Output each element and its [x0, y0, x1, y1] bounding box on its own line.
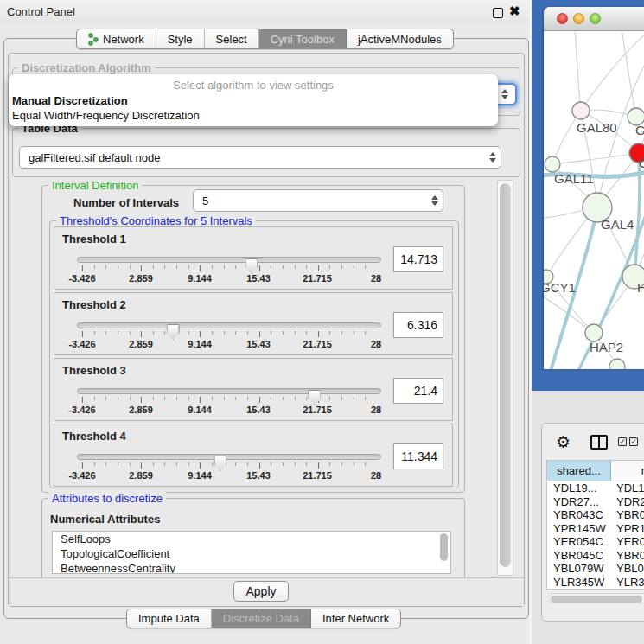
threshold-3-slider-thumb[interactable] [308, 390, 321, 405]
threshold-4-value-field[interactable]: 11.344 [393, 443, 443, 469]
tick-label: 15.43 [246, 339, 271, 349]
float-window-icon[interactable] [493, 8, 503, 18]
threshold-2-slider[interactable] [77, 322, 381, 328]
network-canvas[interactable]: GAL80 G C GAL11 GAL4 GCY1 H HAP2 [544, 32, 644, 369]
checkbox-icon: ✓ [618, 437, 627, 446]
tab-network[interactable]: Network [77, 29, 156, 48]
apply-button[interactable]: Apply [233, 581, 289, 602]
mac-zoom-icon[interactable] [590, 13, 601, 24]
cell-shared[interactable]: YBR045C [547, 549, 611, 563]
cell-name[interactable]: YDR2 [611, 495, 644, 509]
tab-jactivemnodules[interactable]: jActiveMNodules [347, 29, 453, 48]
threshold-3-value-field[interactable]: 21.4 [393, 378, 443, 404]
tab-discretize-data-label: Discretize Data [223, 612, 299, 625]
tab-infer-network-label: Infer Network [322, 612, 389, 625]
split-columns-divider [598, 437, 600, 448]
threshold-1-slider-thumb[interactable] [245, 258, 258, 274]
cell-name[interactable]: YBR0 [611, 549, 644, 563]
tab-infer-network[interactable]: Infer Network [311, 609, 400, 628]
table-horizontal-scrollbar[interactable] [548, 593, 644, 603]
cell-name[interactable]: YDL1 [611, 481, 644, 495]
node-gal11[interactable] [545, 156, 560, 172]
tab-cyni-toolbox[interactable]: Cyni Toolbox [259, 29, 347, 48]
node-gal80[interactable] [572, 102, 590, 119]
screen: Control Panel ✖ Network Style [0, 0, 644, 644]
list-item-topologicalcoefficient[interactable]: TopologicalCoefficient [53, 546, 450, 561]
mac-close-icon[interactable] [557, 13, 568, 24]
column-visibility-icons[interactable]: ✓ ✓ [618, 437, 638, 446]
cell-shared[interactable]: YDL19... [547, 481, 611, 495]
attributes-list-scrollbar-thumb[interactable] [440, 533, 448, 561]
cell-shared[interactable]: YLR345W [547, 576, 611, 590]
popup-option-manual-discretization[interactable]: Manual Discretization [9, 93, 498, 108]
combo-stepper-icon [485, 152, 501, 163]
threshold-3-slider[interactable] [77, 388, 381, 394]
cell-name[interactable]: YER0 [611, 535, 644, 549]
threshold-2-value-field[interactable]: 6.316 [393, 312, 443, 338]
cell-name[interactable]: YBL0 [611, 562, 644, 576]
table-horizontal-scrollbar-thumb[interactable] [551, 596, 642, 603]
network-graph: GAL80 G C GAL11 GAL4 GCY1 H HAP2 [544, 32, 644, 369]
tab-style[interactable]: Style [156, 29, 205, 48]
number-of-intervals-label: Number of Intervals [73, 196, 179, 209]
attributes-group-title: Attributes to discretize [48, 492, 166, 505]
cell-name[interactable]: YIL0 [611, 589, 644, 590]
table-row[interactable]: YER054CYER0 [547, 535, 644, 549]
network-window-titlebar[interactable] [544, 7, 644, 31]
node-bottom[interactable] [609, 359, 625, 369]
cell-name[interactable]: YPR1 [611, 522, 644, 536]
settings-scrollbar[interactable] [497, 180, 513, 576]
table-row[interactable]: YDR27...YDR2 [547, 495, 644, 509]
control-panel-window: Control Panel ✖ Network Style [0, 0, 529, 644]
settings-scrollbar-thumb[interactable] [500, 183, 511, 567]
cell-shared[interactable]: YPR145W [547, 522, 611, 536]
table-row[interactable]: YIL053CYIL0 [547, 589, 644, 590]
table-data-combobox[interactable]: galFiltered.sif default node [19, 146, 501, 169]
popup-option-equal-width-frequency[interactable]: Equal Width/Frequency Discretization [9, 108, 498, 123]
tab-select[interactable]: Select [205, 29, 259, 48]
control-panel-title: Control Panel [7, 5, 75, 18]
threshold-1-value-field[interactable]: 14.713 [393, 246, 443, 272]
cell-name[interactable]: YLR3 [611, 576, 644, 590]
cell-shared[interactable]: YBR043C [547, 508, 611, 522]
cell-shared[interactable]: YIL053C [547, 589, 611, 590]
checkbox-icon: ✓ [629, 437, 638, 446]
cell-shared[interactable]: YDR27... [547, 495, 611, 509]
threshold-4-slider-thumb[interactable] [214, 456, 226, 471]
table-row[interactable]: YLR345WYLR3 [547, 576, 644, 590]
tab-impute-data[interactable]: Impute Data [127, 609, 212, 628]
cell-name[interactable]: YBR0 [611, 508, 644, 522]
table-data-combobox-value: galFiltered.sif default node [20, 151, 485, 164]
cell-shared[interactable]: YBL079W [547, 562, 611, 576]
list-item-selfloops[interactable]: SelfLoops [53, 532, 450, 546]
column-header-shared-name[interactable]: shared... [547, 461, 611, 481]
split-columns-icon[interactable] [590, 435, 608, 450]
mac-minimize-icon[interactable] [573, 13, 584, 24]
tick-label: 2.859 [129, 470, 153, 481]
numerical-attributes-list[interactable]: SelfLoops TopologicalCoefficient Between… [52, 531, 451, 574]
tab-discretize-data[interactable]: Discretize Data [212, 609, 311, 628]
list-item-betweennesscentrality[interactable]: BetweennessCentrality [53, 561, 450, 574]
node-label-gal4: GAL4 [601, 217, 634, 232]
table-row[interactable]: YBR043CYBR0 [547, 508, 644, 522]
gear-icon[interactable]: ⚙ [556, 432, 571, 452]
tick-label: 15.43 [246, 273, 271, 284]
control-panel-titlebar: Control Panel ✖ [0, 0, 529, 22]
node-attribute-table[interactable]: shared... n YDL19...YDL1 YDR27...YDR2 YB… [546, 460, 644, 590]
cell-shared[interactable]: YER054C [547, 535, 611, 549]
node-label-gcy1: GCY1 [544, 280, 576, 295]
numerical-attributes-label: Numerical Attributes [50, 513, 160, 526]
number-of-intervals-combobox[interactable]: 5 [193, 189, 443, 212]
threshold-1-slider[interactable] [77, 257, 381, 263]
table-row[interactable]: YBR045CYBR0 [547, 549, 644, 563]
threshold-3-ticks: -3.426 2.859 9.144 15.43 21.715 28 [82, 397, 376, 416]
table-row[interactable]: YPR145WYPR1 [547, 522, 644, 536]
threshold-4-slider[interactable] [77, 454, 381, 460]
close-icon[interactable]: ✖ [509, 3, 520, 19]
table-row[interactable]: YDL19...YDL1 [547, 481, 644, 495]
column-header-name[interactable]: n [611, 461, 644, 481]
threshold-1-ticks: -3.426 2.859 9.144 15.43 21.715 28 [82, 265, 376, 284]
table-row[interactable]: YBL079WYBL0 [547, 562, 644, 576]
threshold-2-slider-thumb[interactable] [167, 324, 180, 340]
node-hap2[interactable] [585, 324, 603, 341]
